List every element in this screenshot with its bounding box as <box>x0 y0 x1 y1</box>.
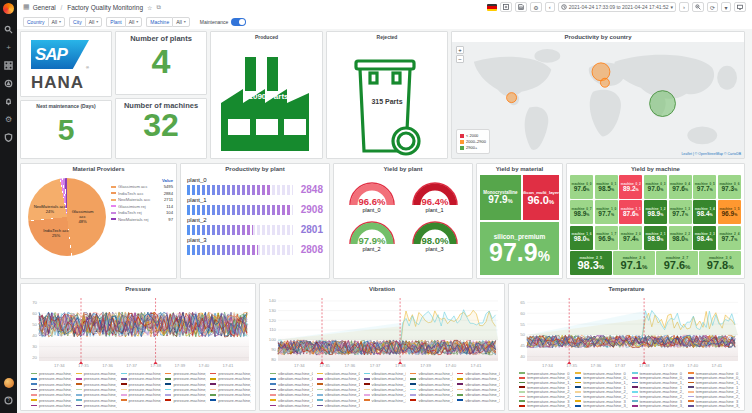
legend-item[interactable]: temperature-machine_3_6 <box>632 404 684 408</box>
machine-tile-machine_0_2[interactable]: machine_0_289.2% <box>619 175 642 199</box>
legend-item[interactable]: pressure-machine_0_4 <box>210 371 251 376</box>
zoom-out-button[interactable] <box>692 2 704 12</box>
legend-item[interactable]: pressure-machine_2_3 <box>210 387 251 392</box>
panel-title[interactable]: Number of plants <box>116 32 206 42</box>
refresh-interval-dropdown[interactable]: ▾ <box>721 2 731 12</box>
legend-item[interactable]: pressure-machine_1_1 <box>210 376 251 381</box>
vibration-plot[interactable]: 140130120110100908017:3417:3517:3617:371… <box>263 295 501 370</box>
legend-item[interactable]: vibration-machine_2_4 <box>270 392 313 397</box>
pie-legend-item[interactable]: NeoMaterials rej97 <box>111 217 173 222</box>
panel-title[interactable]: Rejected <box>327 32 447 42</box>
legend-item[interactable]: temperature-machine_0_3 <box>688 371 740 375</box>
gauge-plant_0[interactable]: 96.6% plant_0 <box>340 176 403 213</box>
legend-item[interactable]: pressure-machine_3_3 <box>121 398 162 403</box>
legend-item[interactable]: temperature-machine_2_3 <box>688 390 740 394</box>
bar-gauge-row[interactable]: plant_2 2801 <box>187 217 323 235</box>
map-marker-mexico[interactable] <box>507 93 517 103</box>
legend-item[interactable]: vibration-machine_0_5 <box>270 376 313 381</box>
legend-item[interactable]: vibration-machine_3_0 <box>457 392 500 397</box>
filter-machine[interactable]: MachineAll▾ <box>146 17 189 27</box>
machine-tile-machine_1_1[interactable]: machine_1_187.6% <box>619 200 642 224</box>
legend-item[interactable]: temperature-machine_0_1 <box>575 371 627 375</box>
legend-item[interactable]: temperature-machine_2_5 <box>575 394 627 398</box>
machine-tile-machine_2_3[interactable]: machine_2_398.4% <box>693 226 716 250</box>
legend-item[interactable]: temperature-machine_3_7 <box>688 404 740 408</box>
map-marker-france[interactable] <box>600 78 609 87</box>
legend-item[interactable]: temperature-machine_2_7 <box>688 394 740 398</box>
configuration-icon[interactable]: ⚙ <box>3 114 14 125</box>
gauge-plant_3[interactable]: 98.0% plant_3 <box>403 215 466 252</box>
pie-chart[interactable]: Glassimium acc48%IndiaTech acc25%NeoMate… <box>28 178 106 256</box>
legend-item[interactable]: vibration-machine_0_7 <box>364 376 407 381</box>
legend-item[interactable]: pressure-machine_1_2 <box>31 382 72 387</box>
legend-item[interactable]: vibration-machine_2_1 <box>364 387 407 392</box>
map-marker-uk[interactable] <box>592 63 610 81</box>
maintenance-toggle[interactable] <box>231 18 246 26</box>
save-dashboard-button[interactable] <box>515 2 527 12</box>
machine-tile-machine_0_0[interactable]: machine_0_097.6% <box>570 175 593 199</box>
legend-item[interactable]: vibration-machine_1_5 <box>410 382 453 387</box>
machine-tile-machine_0_6[interactable]: machine_0_697.3% <box>718 175 741 199</box>
legend-item[interactable]: vibration-machine_3_5 <box>457 398 500 403</box>
legend-item[interactable]: pressure-machine_2_5 <box>76 392 117 397</box>
legend-item[interactable]: pressure-machine_3_5 <box>210 398 251 403</box>
legend-item[interactable]: vibration-machine_1_0 <box>410 376 453 381</box>
panel-title[interactable]: Produced <box>211 32 322 42</box>
legend-item[interactable]: temperature-machine_0_2 <box>632 371 684 375</box>
map-zoom-in-button[interactable]: + <box>456 46 464 54</box>
panel-title[interactable]: Yield by machine <box>567 164 744 174</box>
legend-item[interactable]: pressure-machine_2_7 <box>165 392 206 397</box>
share-icon[interactable]: ⧉ <box>156 4 160 11</box>
admin-shield-icon[interactable] <box>3 132 14 143</box>
legend-item[interactable]: pressure-machine_1_4 <box>121 382 162 387</box>
material-tile-silicon_premium[interactable]: silicon_premium97.9% <box>480 222 559 275</box>
legend-item[interactable]: temperature-machine_3_0 <box>519 399 571 403</box>
machine-tile-machine_3_0[interactable]: machine_3_097.8% <box>699 251 741 275</box>
legend-item[interactable]: pressure-machine_1_5 <box>165 382 206 387</box>
legend-item[interactable]: vibration-machine_1_3 <box>317 382 360 387</box>
star-icon[interactable]: ☆ <box>147 4 152 11</box>
legend-item[interactable]: temperature-machine_3_1 <box>575 399 627 403</box>
legend-item[interactable]: vibration-machine_0_6 <box>317 376 360 381</box>
legend-item[interactable]: temperature-machine_2_6 <box>632 394 684 398</box>
breadcrumb-section[interactable]: General <box>33 4 56 11</box>
panel-title[interactable]: Yield by material <box>477 164 562 174</box>
legend-item[interactable]: temperature-machine_0_7 <box>688 376 740 380</box>
user-avatar[interactable] <box>4 378 14 388</box>
refresh-button[interactable]: ⟳ <box>707 2 718 12</box>
machine-tile-machine_1_5[interactable]: machine_1_596.9% <box>718 200 741 224</box>
machine-tile-machine_1_0[interactable]: machine_1_097.7% <box>595 200 618 224</box>
legend-item[interactable]: temperature-machine_0_6 <box>632 376 684 380</box>
legend-item[interactable]: pressure-machine_3_7 <box>76 403 117 408</box>
legend-item[interactable]: temperature-machine_3_5 <box>575 404 627 408</box>
legend-item[interactable]: pressure-machine_0_7 <box>121 376 162 381</box>
legend-item[interactable]: temperature-machine_2_4 <box>519 394 571 398</box>
legend-item[interactable]: vibration-machine_2_3 <box>457 387 500 392</box>
dashboard-settings-button[interactable]: ⚙ <box>530 2 541 12</box>
legend-item[interactable]: temperature-machine_3_3 <box>688 399 740 403</box>
legend-item[interactable]: pressure-machine_2_4 <box>31 392 72 397</box>
legend-item[interactable]: vibration-machine_0_0 <box>270 371 313 376</box>
panel-title[interactable]: Pressure <box>21 284 255 294</box>
panel-title[interactable]: Productivity by plant <box>181 164 329 174</box>
pie-legend-item[interactable]: IndiaTech acc2884 <box>111 191 173 196</box>
legend-item[interactable]: vibration-machine_0_1 <box>317 371 360 376</box>
legend-item[interactable]: temperature-machine_1_6 <box>632 385 684 389</box>
machine-tile-machine_0_4[interactable]: machine_0_497.6% <box>669 175 692 199</box>
gauge-plant_1[interactable]: 96.4% plant_1 <box>403 176 466 213</box>
bar-gauge-row[interactable]: plant_3 2808 <box>187 237 323 255</box>
legend-item[interactable]: temperature-machine_2_1 <box>575 390 627 394</box>
create-icon[interactable]: + <box>3 42 14 53</box>
panel-title[interactable]: Next maintenance (Days) <box>21 101 111 111</box>
legend-item[interactable]: temperature-machine_2_0 <box>519 390 571 394</box>
machine-tile-machine_2_7[interactable]: machine_2_797.6% <box>656 251 698 275</box>
filter-country[interactable]: CountryAll▾ <box>23 17 65 27</box>
legend-item[interactable]: pressure-machine_2_1 <box>121 387 162 392</box>
legend-item[interactable]: vibration-machine_0_4 <box>457 371 500 376</box>
legend-item[interactable]: temperature-machine_2_2 <box>632 390 684 394</box>
search-icon[interactable] <box>3 24 14 35</box>
legend-item[interactable]: vibration-machine_3_1 <box>270 398 313 403</box>
pie-legend-item[interactable]: Glassimium acc5495 <box>111 184 173 189</box>
panel-title[interactable]: Material Providers <box>21 164 176 174</box>
legend-item[interactable]: pressure-machine_3_0 <box>210 392 251 397</box>
